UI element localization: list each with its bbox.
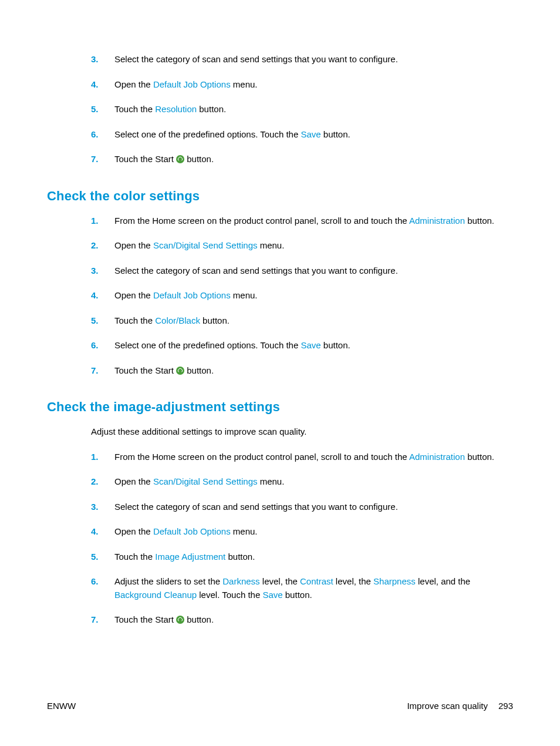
section2-heading: Check the image-adjustment settings <box>47 399 513 415</box>
text: button. <box>225 552 255 562</box>
list-item: Open the Scan/Digital Send Settings menu… <box>91 475 513 489</box>
page-footer: ENWW Improve scan quality 293 <box>47 701 513 711</box>
text: Select one of the predefined options. To… <box>114 129 301 139</box>
text: button. <box>321 129 350 139</box>
ui-term: Administration <box>409 216 465 226</box>
text: Open the <box>114 79 153 89</box>
section2-list: From the Home screen on the product cont… <box>91 451 513 627</box>
text: Select one of the predefined options. To… <box>114 340 301 350</box>
text: level. Touch the <box>197 590 262 600</box>
text: menu. <box>231 79 258 89</box>
list-item: Adjust the sliders to set the Darkness l… <box>91 575 513 601</box>
ui-term: Save <box>262 590 282 600</box>
start-icon <box>176 367 184 375</box>
ui-term: Save <box>301 129 321 139</box>
text: Touch the <box>114 104 155 114</box>
text: level, the <box>333 576 373 586</box>
list-item: Select one of the predefined options. To… <box>91 128 513 142</box>
list-item: Touch the Color/Black button. <box>91 314 513 328</box>
text: Open the <box>114 476 153 486</box>
footer-page-number: 293 <box>498 701 513 711</box>
list-item: Touch the Start button. <box>91 364 513 378</box>
ui-term: Administration <box>409 452 465 462</box>
list-item: Open the Scan/Digital Send Settings menu… <box>91 239 513 253</box>
section0-list: Select the category of scan and send set… <box>91 53 513 166</box>
text: button. <box>465 452 494 462</box>
text: button. <box>321 340 350 350</box>
text: menu. <box>258 240 285 250</box>
ui-term: Background Cleanup <box>114 590 197 600</box>
list-item: Open the Default Job Options menu. <box>91 289 513 303</box>
ui-term: Image Adjustment <box>155 552 225 562</box>
text: Touch the Start <box>114 614 176 624</box>
text: Select the category of scan and send set… <box>114 502 398 512</box>
section1-list: From the Home screen on the product cont… <box>91 214 513 378</box>
ui-term: Default Job Options <box>153 79 231 89</box>
text: Open the <box>114 526 153 536</box>
text: button. <box>184 614 214 624</box>
text: From the Home screen on the product cont… <box>114 452 409 462</box>
text: menu. <box>258 476 285 486</box>
list-item: Select the category of scan and send set… <box>91 500 513 514</box>
list-item: Select the category of scan and send set… <box>91 264 513 278</box>
text: Touch the Start <box>114 154 176 164</box>
ui-term: Scan/Digital Send Settings <box>153 476 258 486</box>
list-item: Touch the Image Adjustment button. <box>91 550 513 564</box>
ui-term: Resolution <box>155 104 197 114</box>
text: button. <box>184 365 214 375</box>
text: button. <box>200 315 230 325</box>
ui-term: Default Job Options <box>153 526 231 536</box>
list-item: From the Home screen on the product cont… <box>91 451 513 464</box>
ui-term: Default Job Options <box>153 290 231 300</box>
ui-term: Contrast <box>300 576 333 586</box>
list-item: Touch the Start button. <box>91 153 513 166</box>
list-item: Open the Default Job Options menu. <box>91 525 513 539</box>
text: level, the <box>260 576 300 586</box>
text: Adjust the sliders to set the <box>114 576 222 586</box>
text: button. <box>197 104 226 114</box>
list-item: Touch the Start button. <box>91 613 513 627</box>
text: level, and the <box>416 576 470 586</box>
list-item: Select one of the predefined options. To… <box>91 339 513 352</box>
text: menu. <box>231 290 258 300</box>
text: Touch the <box>114 552 155 562</box>
list-item: Select the category of scan and send set… <box>91 53 513 66</box>
list-item: From the Home screen on the product cont… <box>91 214 513 228</box>
list-item: Open the Default Job Options menu. <box>91 78 513 92</box>
section1-heading: Check the color settings <box>47 189 513 204</box>
text: button. <box>184 154 214 164</box>
ui-term: Color/Black <box>155 315 200 325</box>
start-icon <box>176 616 184 624</box>
ui-term: Darkness <box>222 576 259 586</box>
text: button. <box>465 216 494 226</box>
text: Open the <box>114 240 153 250</box>
text: From the Home screen on the product cont… <box>114 216 409 226</box>
text: Open the <box>114 290 153 300</box>
start-icon <box>176 155 184 163</box>
footer-section-title: Improve scan quality <box>407 701 488 711</box>
text: Touch the <box>114 315 155 325</box>
text: Select the category of scan and send set… <box>114 266 398 275</box>
ui-term: Save <box>301 340 321 350</box>
text: Touch the Start <box>114 365 176 375</box>
ui-term: Scan/Digital Send Settings <box>153 240 258 250</box>
text: button. <box>283 590 312 600</box>
list-item: Touch the Resolution button. <box>91 103 513 116</box>
section2-intro: Adjust these additional settings to impr… <box>91 425 513 439</box>
text: Select the category of scan and send set… <box>114 54 398 64</box>
text: menu. <box>231 526 258 536</box>
footer-left: ENWW <box>47 701 76 711</box>
ui-term: Sharpness <box>373 576 416 586</box>
